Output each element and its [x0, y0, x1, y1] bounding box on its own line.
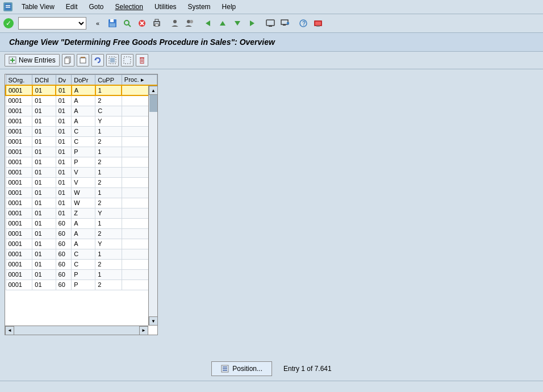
- menu-utilities[interactable]: Utilities: [152, 2, 179, 12]
- svg-marker-19: [235, 21, 240, 26]
- table-row[interactable]: 0001 01 01 Z Y: [6, 208, 157, 218]
- table-row[interactable]: 0001 01 01 V 1: [6, 167, 157, 177]
- copy-btn[interactable]: [62, 54, 74, 66]
- cell-sorge: 0001: [6, 280, 32, 290]
- transaction-combo[interactable]: [18, 17, 86, 30]
- svg-rect-37: [80, 58, 86, 63]
- print-btn[interactable]: [150, 16, 164, 30]
- cell-cupp: C: [95, 106, 122, 116]
- scroll-down-btn[interactable]: ▼: [149, 316, 158, 326]
- table-row[interactable]: 0001 01 01 C 2: [6, 136, 157, 147]
- table-row[interactable]: 0001 01 60 A 1: [6, 218, 157, 228]
- cell-cupp: 1: [95, 218, 122, 228]
- cell-dv: 60: [56, 249, 72, 259]
- cell-dchl: 01: [32, 85, 56, 95]
- cell-dv: 01: [56, 116, 72, 126]
- undo-btn[interactable]: [91, 54, 104, 66]
- position-btn[interactable]: Position...: [211, 361, 272, 376]
- table-row[interactable]: 0001 01 01 W 2: [6, 198, 157, 208]
- table-row[interactable]: 0001 01 60 A Y: [6, 239, 157, 249]
- menu-edit[interactable]: Edit: [64, 2, 80, 12]
- cell-dopr: P: [72, 269, 95, 280]
- scroll-track-v[interactable]: [149, 95, 157, 316]
- save-btn[interactable]: [106, 16, 119, 30]
- table-row[interactable]: 0001 01 01 A 2: [6, 95, 157, 106]
- cancel-btn[interactable]: [135, 16, 149, 30]
- col-header-proc: Proc. ▸: [122, 75, 157, 86]
- cell-cupp: 1: [95, 269, 122, 280]
- menu-goto[interactable]: Goto: [87, 2, 106, 12]
- arrow-left-btn[interactable]: [201, 16, 215, 30]
- delete-btn[interactable]: [136, 54, 148, 66]
- cell-dv: 01: [56, 106, 72, 116]
- cell-dchl: 01: [32, 167, 56, 177]
- scroll-up-btn[interactable]: ▲: [149, 86, 158, 95]
- table-row[interactable]: 0001 01 01 A 1: [6, 85, 157, 95]
- table-row[interactable]: 0001 01 01 P 2: [6, 157, 157, 167]
- table-row[interactable]: 0001 01 01 V 2: [6, 177, 157, 187]
- cell-dchl: 01: [32, 95, 56, 106]
- cell-dv: 01: [56, 167, 72, 177]
- cell-dv: 01: [56, 198, 72, 208]
- scroll-thumb-v[interactable]: [149, 95, 157, 112]
- cell-dv: 01: [56, 136, 72, 147]
- cell-sorge: 0001: [6, 198, 32, 208]
- menu-selection[interactable]: Selection: [113, 2, 145, 12]
- table-row[interactable]: 0001 01 60 A 2: [6, 228, 157, 239]
- table-row[interactable]: 0001 01 01 A Y: [6, 116, 157, 126]
- svg-point-6: [124, 20, 129, 25]
- new-entries-btn[interactable]: New Entries: [5, 54, 60, 66]
- table-row[interactable]: 0001 01 60 C 1: [6, 249, 157, 259]
- svg-rect-13: [155, 24, 158, 26]
- cell-dopr: A: [72, 239, 95, 249]
- arrow-down-btn[interactable]: [231, 16, 244, 30]
- vertical-scrollbar[interactable]: ▲ ▼: [148, 86, 157, 326]
- status-bar: [0, 381, 543, 392]
- table-row[interactable]: 0001 01 60 C 2: [6, 259, 157, 269]
- person1-btn[interactable]: [168, 16, 182, 30]
- arrow-right-btn[interactable]: [245, 16, 259, 30]
- menu-table-view[interactable]: Table View: [19, 2, 57, 12]
- col-header-dchl: DChl: [32, 75, 56, 86]
- nav-first-btn[interactable]: «: [91, 16, 105, 30]
- cell-dv: 60: [56, 259, 72, 269]
- table-row[interactable]: 0001 01 60 P 2: [6, 280, 157, 290]
- svg-rect-5: [110, 23, 115, 27]
- cell-sorge: 0001: [6, 85, 32, 95]
- scroll-right-btn[interactable]: ►: [139, 326, 148, 335]
- cell-dv: 01: [56, 208, 72, 218]
- monitor1-btn[interactable]: [264, 16, 277, 30]
- cell-dopr: C: [72, 259, 95, 269]
- horizontal-scrollbar[interactable]: ◄ ►: [5, 326, 148, 335]
- confirm-icon[interactable]: ✓: [3, 18, 14, 28]
- app-icon: [3, 2, 12, 11]
- arrow-up-btn[interactable]: [216, 16, 229, 30]
- menu-system[interactable]: System: [186, 2, 213, 12]
- table-row[interactable]: 0001 01 60 P 1: [6, 269, 157, 280]
- paste-btn[interactable]: [77, 54, 89, 66]
- svg-point-14: [173, 20, 177, 23]
- cell-dv: 60: [56, 269, 72, 280]
- menu-help[interactable]: Help: [220, 2, 239, 12]
- svg-marker-20: [250, 20, 254, 26]
- cell-cupp: 2: [95, 157, 122, 167]
- deselect-btn[interactable]: [121, 54, 133, 66]
- page-title-bar: Change View "Determining Free Goods Proc…: [0, 33, 543, 52]
- scroll-left-btn[interactable]: ◄: [5, 326, 14, 335]
- person2-btn[interactable]: [183, 16, 197, 30]
- bottom-bar: Position... Entry 1 of 7.641: [0, 357, 543, 381]
- sysinfo-btn[interactable]: [311, 16, 325, 30]
- table-row[interactable]: 0001 01 01 A C: [6, 106, 157, 116]
- table-row[interactable]: 0001 01 01 P 1: [6, 147, 157, 157]
- col-header-dopr: DoPr: [72, 75, 95, 86]
- monitor2-btn[interactable]: [278, 16, 292, 30]
- select-all-btn[interactable]: [106, 54, 119, 66]
- help-btn[interactable]: ?: [296, 16, 310, 30]
- cell-dv: 01: [56, 147, 72, 157]
- find-btn[interactable]: [120, 16, 134, 30]
- cell-dv: 01: [56, 85, 72, 95]
- svg-rect-35: [65, 58, 69, 64]
- table-row[interactable]: 0001 01 01 W 1: [6, 187, 157, 198]
- table-row[interactable]: 0001 01 01 C 1: [6, 126, 157, 136]
- cell-dchl: 01: [32, 147, 56, 157]
